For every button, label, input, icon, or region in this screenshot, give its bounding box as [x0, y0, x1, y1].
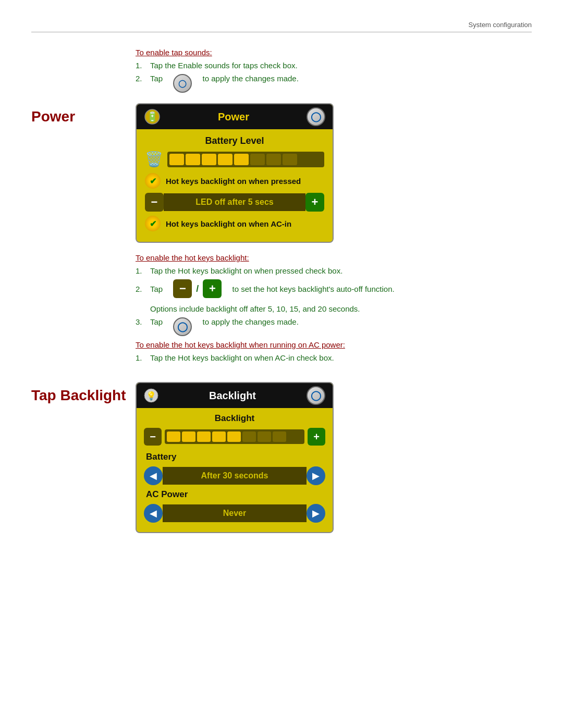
- bl-ac-prev[interactable]: ◀: [144, 504, 163, 523]
- bl-seg-1: [167, 431, 180, 442]
- battery-seg-3: [202, 154, 216, 165]
- bl-seg-3: [197, 431, 211, 442]
- hotkeys-pressed-label: Hot keys backlight on when pressed: [166, 177, 301, 186]
- backlight-widget-header: 💡 Backlight ◯: [137, 383, 333, 408]
- backlight-widget-body: Backlight − +: [137, 408, 333, 532]
- ac-link[interactable]: To enable the hot keys backlight when ru…: [136, 340, 532, 349]
- tap-sounds-step1: Tap the Enable sounds for taps check box…: [150, 61, 298, 70]
- power-section-left: Power: [31, 103, 136, 125]
- hk-step2-suffix: to set the hot keys backlight's auto-off…: [232, 285, 395, 293]
- bl-seg-2: [182, 431, 195, 442]
- power-widget-icon: 🔋: [144, 108, 161, 125]
- ac-step1: Tap the Hot keys backlight on when AC-in…: [150, 353, 334, 362]
- hotkeys-pressed-row: ✔ Hot keys backlight on when pressed: [145, 173, 324, 189]
- bl-plus-button[interactable]: +: [308, 428, 325, 446]
- bl-battery-value: After 30 seconds: [163, 467, 307, 485]
- led-display: LED off after 5 secs: [164, 193, 305, 211]
- page-container: System configuration To enable tap sound…: [0, 0, 563, 590]
- hk-step2-icons: − / +: [173, 279, 222, 298]
- battery-seg-1: [169, 154, 184, 165]
- power-widget-close[interactable]: ◯: [307, 107, 325, 126]
- bl-seg-4: [212, 431, 226, 442]
- bl-bar-row: − +: [144, 428, 325, 446]
- power-widget: 🔋 Power ◯ Battery Level 🗑️: [136, 103, 334, 243]
- bl-seg-6: [242, 431, 256, 442]
- hk-step3-prefix: Tap: [150, 317, 163, 326]
- step-1-line: 1. Tap the Enable sounds for taps check …: [136, 61, 532, 70]
- hk-apply-icon[interactable]: ◯: [173, 317, 192, 336]
- bl-battery-title: Battery: [146, 452, 325, 462]
- step-2-line: 2. Tap ◯ to apply the changes made.: [136, 74, 532, 93]
- backlight-title: Tap Backlight: [31, 387, 136, 404]
- battery-bar-row: 🗑️: [145, 151, 324, 168]
- backlight-bulb-icon: 💡: [144, 388, 158, 403]
- led-plus-button[interactable]: +: [305, 193, 324, 212]
- hk-plus-icon[interactable]: +: [203, 279, 222, 298]
- hotkeys-ac-checkbox[interactable]: ✔: [145, 216, 161, 231]
- step2-prefix: Tap: [150, 74, 163, 83]
- bl-ac-nav: ◀ Never ▶: [144, 504, 325, 523]
- bl-seg-8: [273, 431, 286, 442]
- power-section-content: 🔋 Power ◯ Battery Level 🗑️: [136, 103, 532, 366]
- step2-suffix: to apply the changes made.: [203, 74, 299, 83]
- battery-seg-5: [234, 154, 249, 165]
- hk-step2-line: 2. Tap − / + to set the hot keys backlig…: [136, 279, 532, 313]
- hotkeys-ac-row: ✔ Hot keys backlight on when AC-in: [145, 216, 324, 231]
- apply-power-icon[interactable]: ◯: [173, 74, 192, 93]
- bl-seg-5: [227, 431, 241, 442]
- backlight-section-right: 💡 Backlight ◯ Backlight −: [136, 382, 532, 544]
- power-section: Power 🔋 Power ◯ Battery Level 🗑️: [31, 103, 532, 366]
- hk-step2-sub: Options include backlight off after 5, 1…: [150, 304, 532, 313]
- svg-text:🔋: 🔋: [146, 111, 158, 122]
- bl-battery-next[interactable]: ▶: [307, 466, 325, 485]
- battery-seg-7: [266, 154, 281, 165]
- bl-minus-button[interactable]: −: [144, 428, 162, 446]
- backlight-widget-close[interactable]: ◯: [307, 386, 325, 405]
- bl-ac-title: AC Power: [146, 489, 325, 500]
- battery-seg-4: [218, 154, 232, 165]
- enable-hotkeys-link[interactable]: To enable the hot keys backlight:: [136, 253, 532, 262]
- hk-step1: Tap the Hot keys backlight on when press…: [150, 266, 342, 275]
- hk-slash: /: [194, 279, 201, 298]
- power-title: Power: [31, 108, 136, 125]
- hk-step3-suffix: to apply the changes made.: [203, 317, 299, 326]
- hotkeys-ac-label: Hot keys backlight on when AC-in: [166, 219, 291, 228]
- backlight-widget: 💡 Backlight ◯ Backlight −: [136, 382, 334, 533]
- bl-title: Backlight: [144, 413, 325, 424]
- bl-bar: [165, 429, 304, 444]
- backlight-widget-title: Backlight: [209, 390, 256, 402]
- bl-ac-next[interactable]: ▶: [307, 504, 325, 523]
- power-widget-body: Battery Level 🗑️: [137, 129, 333, 242]
- tap-sounds-block: To enable tap sounds: 1. Tap the Enable …: [136, 48, 532, 93]
- bl-ac-value: Never: [163, 504, 307, 522]
- battery-bar: [167, 152, 324, 167]
- battery-can-icon: 🗑️: [145, 151, 163, 168]
- led-minus-button[interactable]: −: [145, 193, 164, 212]
- hk-step1-line: 1. Tap the Hot keys backlight on when pr…: [136, 266, 532, 275]
- power-widget-header: 🔋 Power ◯: [137, 104, 333, 129]
- tap-sounds-link[interactable]: To enable tap sounds:: [136, 48, 532, 57]
- hk-step3-line: 3. Tap ◯ to apply the changes made.: [136, 317, 532, 336]
- battery-seg-6: [250, 154, 265, 165]
- hk-step2-prefix: Tap: [150, 285, 163, 293]
- svg-text:💡: 💡: [146, 391, 156, 401]
- ac-step1-line: 1. Tap the Hot keys backlight on when AC…: [136, 353, 532, 362]
- backlight-section: Tap Backlight 💡 Backlight ◯ Backlight: [31, 382, 532, 544]
- hotkeys-pressed-checkbox[interactable]: ✔: [145, 173, 161, 189]
- led-row: − LED off after 5 secs +: [145, 193, 324, 212]
- bl-seg-7: [258, 431, 271, 442]
- hk-minus-icon[interactable]: −: [173, 279, 192, 298]
- battery-seg-8: [283, 154, 297, 165]
- battery-seg-2: [186, 154, 200, 165]
- backlight-section-left: Tap Backlight: [31, 382, 136, 404]
- page-header: System configuration: [31, 21, 532, 32]
- bl-battery-prev[interactable]: ◀: [144, 466, 163, 485]
- bl-battery-nav: ◀ After 30 seconds ▶: [144, 466, 325, 485]
- power-widget-title: Power: [218, 111, 249, 123]
- battery-level-title: Battery Level: [145, 135, 324, 146]
- header-text: System configuration: [469, 21, 532, 29]
